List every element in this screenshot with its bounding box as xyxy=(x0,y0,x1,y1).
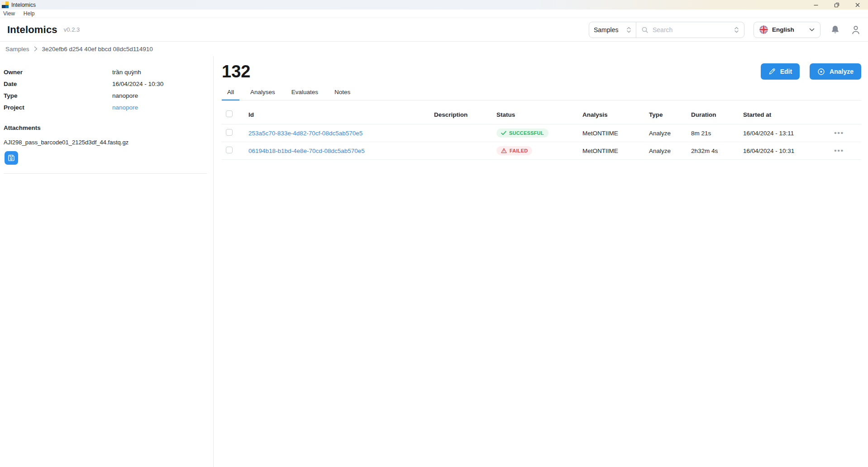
search-input[interactable] xyxy=(653,26,730,33)
field-value-owner: trần quỳnh xyxy=(112,68,207,76)
cell-started-at: 16/04/2024 - 10:31 xyxy=(743,142,818,160)
cell-duration: 8m 21s xyxy=(691,124,743,142)
cell-analysis: MetONTIIME xyxy=(582,124,649,142)
select-all-checkbox[interactable] xyxy=(226,110,233,117)
column-header-description: Description xyxy=(434,107,496,124)
uk-flag-icon xyxy=(759,25,768,34)
analyses-table: Id Description Status Analysis Type Dura… xyxy=(222,107,861,160)
menu-view[interactable]: View xyxy=(3,10,15,17)
field-label-owner: Owner xyxy=(4,68,112,76)
tab-bar: All Analyses Evaluates Notes xyxy=(222,89,861,100)
updown-chevron-icon xyxy=(626,26,631,33)
window-titlebar: Intelomics xyxy=(0,0,868,10)
row-actions-button[interactable]: ••• xyxy=(834,148,844,153)
breadcrumb-samples[interactable]: Samples xyxy=(5,46,29,52)
field-value-date: 16/04/2024 - 10:30 xyxy=(112,80,207,88)
table-row: 253a5c70-833e-4d82-70cf-08dc5ab570e5 SUC… xyxy=(222,124,861,142)
column-header-started-at: Started at xyxy=(743,107,818,124)
attachments-heading: Attachments xyxy=(4,124,207,131)
app-version: v0.2.3 xyxy=(64,26,80,33)
warning-triangle-icon xyxy=(501,148,507,153)
field-label-type: Type xyxy=(4,92,112,100)
cell-type: Analyze xyxy=(649,124,691,142)
edit-pencil-icon xyxy=(768,68,776,75)
search-icon xyxy=(641,26,649,33)
download-attachment-button[interactable] xyxy=(5,151,18,165)
edit-button[interactable]: Edit xyxy=(761,63,800,80)
floppy-disk-icon xyxy=(7,154,15,162)
brand-title: Intelomics xyxy=(7,24,57,36)
table-row: 06194b18-b1bd-4e8e-70cd-08dc5ab570e5 FAI… xyxy=(222,142,861,160)
cell-analysis: MetONTIIME xyxy=(582,142,649,160)
field-label-project: Project xyxy=(4,104,112,111)
chevron-right-icon xyxy=(34,46,38,52)
column-header-duration: Duration xyxy=(691,107,743,124)
edit-button-label: Edit xyxy=(780,68,792,75)
breadcrumb: Samples 3e20efb6 d254 40ef bbcd 08dc5d11… xyxy=(0,42,868,56)
breadcrumb-current: 3e20efb6 d254 40ef bbcd 08dc5d114910 xyxy=(42,46,153,52)
column-header-analysis: Analysis xyxy=(582,107,649,124)
analyze-button-label: Analyze xyxy=(830,68,854,75)
language-select[interactable]: English xyxy=(754,22,820,38)
restore-button[interactable] xyxy=(826,0,847,10)
column-header-type: Type xyxy=(649,107,691,124)
check-icon xyxy=(501,131,506,135)
field-label-date: Date xyxy=(4,80,112,88)
tab-notes[interactable]: Notes xyxy=(329,89,356,100)
status-badge-successful: SUCCESSFUL xyxy=(496,129,548,138)
language-value: English xyxy=(772,26,805,33)
tab-evaluates[interactable]: Evaluates xyxy=(286,89,324,100)
restore-icon xyxy=(834,2,840,8)
menu-bar: View Help xyxy=(0,10,868,18)
column-header-id: Id xyxy=(248,107,434,124)
minimize-button[interactable] xyxy=(806,0,826,10)
row-checkbox[interactable] xyxy=(226,147,233,153)
field-value-type: nanopore xyxy=(112,92,207,100)
search-scope-value: Samples xyxy=(594,26,618,33)
analyze-button[interactable]: Analyze xyxy=(810,63,861,80)
cell-started-at: 16/04/2024 - 13:11 xyxy=(743,124,818,142)
app-header: Intelomics v0.2.3 Samples xyxy=(0,18,868,42)
project-link[interactable]: nanopore xyxy=(112,104,138,111)
close-button[interactable] xyxy=(847,0,868,10)
row-checkbox[interactable] xyxy=(226,129,233,136)
search-group: Samples xyxy=(589,22,744,38)
notifications-button[interactable] xyxy=(830,24,841,35)
search-scope-select[interactable]: Samples xyxy=(589,22,636,38)
column-header-status: Status xyxy=(496,107,582,124)
analyze-target-icon xyxy=(817,68,825,76)
attachment-filename: AJI298_pass_barcode01_2125d3df_44.fastq.… xyxy=(4,139,207,146)
analysis-id-link[interactable]: 06194b18-b1bd-4e8e-70cd-08dc5ab570e5 xyxy=(248,148,365,154)
sidebar-divider xyxy=(4,173,207,174)
minimize-icon xyxy=(813,2,819,8)
app-logo-icon xyxy=(2,1,9,8)
row-actions-button[interactable]: ••• xyxy=(834,131,844,135)
chevron-down-icon xyxy=(809,28,815,32)
page-title: 132 xyxy=(222,62,250,81)
sample-details-panel: Owner trần quỳnh Date 16/04/2024 - 10:30… xyxy=(0,56,214,467)
search-box xyxy=(636,22,744,38)
analysis-id-link[interactable]: 253a5c70-833e-4d82-70cf-08dc5ab570e5 xyxy=(248,130,362,137)
status-badge-failed: FAILED xyxy=(496,146,532,155)
tab-all[interactable]: All xyxy=(222,89,239,100)
sample-main-panel: 132 Edit Analyze xyxy=(214,56,868,467)
table-header-row: Id Description Status Analysis Type Dura… xyxy=(222,107,861,124)
cell-duration: 2h32m 4s xyxy=(691,142,743,160)
menu-help[interactable]: Help xyxy=(24,10,35,17)
user-icon xyxy=(851,25,861,35)
user-menu-button[interactable] xyxy=(850,24,862,36)
window-title: Intelomics xyxy=(11,2,36,8)
cell-description xyxy=(434,142,496,160)
cell-type: Analyze xyxy=(649,142,691,160)
updown-chevron-icon xyxy=(734,26,739,33)
close-icon xyxy=(854,2,861,8)
tab-analyses[interactable]: Analyses xyxy=(245,89,281,100)
cell-description xyxy=(434,124,496,142)
bell-icon xyxy=(830,25,840,34)
